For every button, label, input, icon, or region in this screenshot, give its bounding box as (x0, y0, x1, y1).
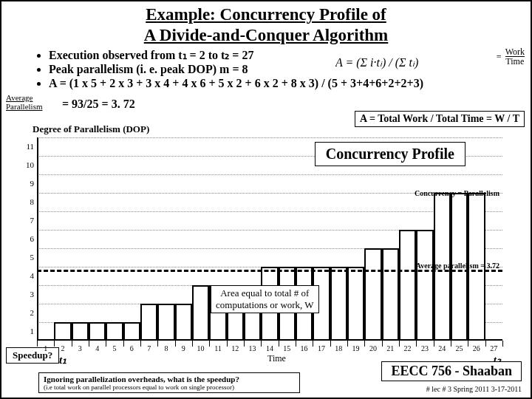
area-l1: Area equal to total # of (220, 287, 309, 299)
summation-formula: A = (Σ i·tᵢ) / (Σ tᵢ) (335, 46, 454, 78)
bullet-3: A = (1 x 5 + 2 x 3 + 3 x 4 + 4 x 6 + 5 x… (49, 77, 531, 90)
equals-sign: = (497, 52, 502, 61)
bullet-list: Execution observed from t₁ = 2 to t₂ = 2… (19, 48, 531, 90)
time-label: Time (505, 56, 524, 66)
course-box: EECC 756 - Shaaban (381, 361, 522, 381)
dop-axis-label: Degree of Parallelism (DOP) (33, 123, 149, 135)
ignore-l1: Ignoring parallelization overheads, what… (44, 375, 295, 383)
area-box: Area equal to total # of computations or… (211, 285, 319, 313)
bullet-1: Execution observed from t₁ = 2 to t₂ = 2… (49, 48, 531, 62)
concurrency-note: Concurrency = Parallelism (415, 189, 499, 197)
y-axis-labels: 1110987654321 (22, 137, 34, 341)
avgpar-l2: Parallelism (6, 102, 43, 111)
concurrency-chart: 1110987654321 12345678910111213141516171… (37, 137, 502, 341)
avg-parallelism-label: Average Parallelism (6, 93, 43, 111)
x-axis-labels: 1234567891011121314151617181920212223242… (37, 344, 502, 352)
work-over-time: = Work Time (497, 47, 525, 66)
avgpar-l1: Average (6, 93, 33, 102)
bullet-2: Peak parallelism (i. e. peak DOP) m = 8 (49, 63, 531, 76)
bullet-4: = 93/25 = 3. 72 (62, 98, 135, 111)
speedup-question-box: Ignoring parallelization overheads, what… (38, 372, 300, 393)
avg-note: Average parallelism = 3.72 (416, 262, 499, 270)
t1-label: t₁ (59, 353, 66, 366)
avg-line (37, 270, 502, 272)
slide-title: Example: Concurrency Profile of A Divide… (1, 4, 531, 45)
svg-text:A = (Σ i·tᵢ) / (Σ tᵢ): A = (Σ i·tᵢ) / (Σ tᵢ) (335, 56, 418, 69)
title-line1: Example: Concurrency Profile of (146, 5, 386, 24)
ignore-l2: (i.e total work on parallel processors e… (44, 383, 295, 391)
formula-box: A = Total Work / Total Time = W / T (355, 111, 525, 127)
title-line2: A Divide-and-Conquer Algorithm (144, 26, 389, 44)
time-axis-label: Time (267, 353, 286, 364)
slide: Example: Concurrency Profile of A Divide… (0, 0, 532, 399)
speedup-box: Speedup? (6, 347, 59, 364)
concurrency-profile-box: Concurrency Profile (315, 142, 466, 166)
lecture-info: # lec # 3 Spring 2011 3-17-2011 (426, 385, 522, 393)
area-l2: computations or work, W (216, 299, 314, 310)
